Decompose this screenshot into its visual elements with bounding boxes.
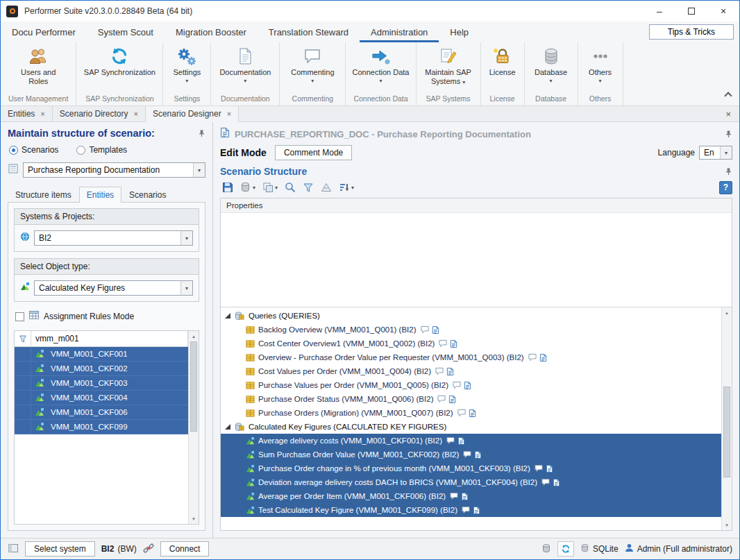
- grid-row[interactable]: VMM_M001_CKF001: [15, 347, 188, 362]
- users-and-roles-button[interactable]: Users and Roles: [12, 44, 64, 93]
- documentation-page-icon[interactable]: [457, 436, 465, 446]
- tab-entities[interactable]: Entities×: [1, 106, 53, 121]
- panels-icon[interactable]: [8, 543, 19, 556]
- sort-button[interactable]: ▾: [337, 180, 356, 194]
- scrollbar-thumb[interactable]: [723, 387, 730, 477]
- save-button[interactable]: [220, 180, 235, 194]
- select-system-button[interactable]: Select system: [25, 541, 95, 557]
- settings-button[interactable]: Settings ▾: [165, 44, 208, 93]
- tree-item-query[interactable]: Purchase Values per Order (VMM_M001_Q005…: [221, 378, 721, 392]
- filter-funnel-icon[interactable]: [15, 331, 31, 346]
- sap-synchronization-button[interactable]: SAP Synchronization: [78, 44, 160, 93]
- maximize-button[interactable]: [675, 1, 707, 22]
- grid-row[interactable]: VMM_M001_CKF002: [15, 362, 188, 376]
- tree-group-calculated-key-figures[interactable]: Calculated Key Figures (CALCULATED KEY F…: [221, 420, 721, 434]
- filter-button[interactable]: [301, 180, 316, 194]
- documentation-page-icon[interactable]: [432, 325, 439, 334]
- comment-icon[interactable]: [457, 409, 466, 417]
- others-button[interactable]: Others ▾: [580, 44, 621, 93]
- tips-and-tricks-button[interactable]: Tips & Tricks: [649, 24, 734, 40]
- tree-item-query[interactable]: Backlog Overview (VMM_M001_Q001) (BI2): [221, 323, 721, 337]
- radio-templates[interactable]: Templates: [76, 145, 127, 155]
- comment-icon[interactable]: [534, 464, 544, 473]
- scrollbar-thumb[interactable]: [190, 341, 197, 432]
- comment-icon[interactable]: [437, 395, 446, 403]
- comment-icon[interactable]: [435, 367, 444, 375]
- documentation-page-icon[interactable]: [474, 450, 482, 459]
- documentation-page-icon[interactable]: [473, 506, 480, 515]
- minimize-button[interactable]: –: [644, 1, 675, 22]
- documentation-page-icon[interactable]: [446, 367, 454, 376]
- documentation-page-icon[interactable]: [464, 381, 471, 390]
- comment-icon[interactable]: [446, 436, 455, 445]
- grid-row[interactable]: VMM_M001_CKF006: [15, 405, 188, 420]
- collapse-node-icon[interactable]: [225, 313, 230, 319]
- assignment-rules-checkbox[interactable]: [15, 312, 24, 321]
- language-dropdown[interactable]: En▾: [699, 146, 732, 160]
- tree-item-ckf-selected[interactable]: Average per Order Item (VMM_M001_CKF006)…: [221, 489, 721, 503]
- documentation-page-icon[interactable]: [450, 339, 457, 348]
- database-button[interactable]: Database ▾: [527, 44, 575, 93]
- grid-filter-input[interactable]: vmm_m001: [31, 331, 188, 346]
- documentation-page-icon[interactable]: [539, 353, 547, 362]
- tab-scenarios-left[interactable]: Scenarios: [121, 187, 174, 203]
- grid-row[interactable]: VMM_M001_CKF003: [15, 376, 188, 391]
- collapse-node-icon[interactable]: [225, 424, 230, 430]
- tree-item-ckf-selected[interactable]: Purchase Order change in % of previous m…: [221, 461, 721, 475]
- system-dropdown[interactable]: BI2▾: [34, 230, 193, 246]
- close-document-icon[interactable]: ×: [717, 109, 739, 119]
- pin-icon[interactable]: [725, 167, 732, 176]
- scroll-up-icon[interactable]: ▲: [189, 331, 199, 341]
- comment-icon[interactable]: [528, 353, 537, 362]
- documentation-button[interactable]: Documentation ▾: [213, 44, 277, 93]
- close-icon[interactable]: ×: [134, 110, 138, 118]
- documentation-page-icon[interactable]: [448, 395, 456, 404]
- refresh-button[interactable]: [557, 541, 574, 557]
- help-button[interactable]: ?: [719, 181, 732, 194]
- menu-administration[interactable]: Administration: [360, 22, 439, 42]
- database-icon[interactable]: [541, 543, 551, 555]
- comment-icon[interactable]: [449, 492, 459, 500]
- menu-system-scout[interactable]: System Scout: [87, 22, 165, 42]
- connection-data-button[interactable]: Connection Data ▾: [348, 44, 412, 93]
- tree-item-query[interactable]: Purchase Orders (Migration) (VMM_M001_Q0…: [221, 406, 721, 420]
- menu-translation-steward[interactable]: Translation Steward: [258, 22, 360, 42]
- menu-migration-booster[interactable]: Migration Booster: [165, 22, 258, 42]
- tree-item-ckf-selected[interactable]: Average delivery costs (VMM_M001_CKF001)…: [221, 434, 721, 448]
- tab-entities-left[interactable]: Entities: [79, 187, 121, 203]
- documentation-page-icon[interactable]: [553, 478, 560, 487]
- comment-icon[interactable]: [420, 325, 430, 334]
- comment-icon[interactable]: [438, 339, 448, 348]
- comment-mode-button[interactable]: Comment Mode: [275, 145, 352, 160]
- collapse-ribbon-icon[interactable]: [724, 92, 732, 99]
- object-type-dropdown[interactable]: Calculated Key Figures▾: [34, 280, 193, 296]
- expand-levels-button[interactable]: [319, 180, 334, 194]
- tree-item-ckf-selected[interactable]: Deviation average delivery costs DACH to…: [221, 475, 721, 489]
- documentation-page-icon[interactable]: [546, 464, 553, 473]
- export-button[interactable]: ▾: [238, 180, 258, 194]
- menu-help[interactable]: Help: [439, 22, 480, 42]
- comment-icon[interactable]: [541, 478, 550, 486]
- connect-button[interactable]: Connect: [160, 541, 210, 557]
- comment-icon[interactable]: [452, 381, 462, 389]
- close-button[interactable]: ×: [707, 1, 739, 22]
- scroll-down-icon[interactable]: ▼: [722, 520, 732, 530]
- zoom-button[interactable]: [283, 180, 298, 194]
- user-status[interactable]: Admin (Full administrator): [625, 543, 732, 554]
- pin-icon[interactable]: [725, 130, 732, 138]
- view-options-button[interactable]: ▾: [260, 180, 280, 194]
- commenting-button[interactable]: Commenting ▾: [282, 44, 343, 93]
- tree-item-query[interactable]: Purchase Order Status (VMM_M001_Q006) (B…: [221, 392, 721, 406]
- maintain-sap-systems-button[interactable]: Maintain SAP Systems▾: [419, 44, 478, 93]
- close-icon[interactable]: ×: [227, 110, 231, 118]
- documentation-page-icon[interactable]: [469, 409, 476, 418]
- grid-row[interactable]: VMM_M001_CKF004: [15, 391, 188, 405]
- menu-docu-performer[interactable]: Docu Performer: [1, 22, 87, 42]
- tree-group-queries[interactable]: Queries (QUERIES): [221, 309, 721, 323]
- tree-scrollbar[interactable]: ▲ ▼: [721, 307, 732, 530]
- license-button[interactable]: License: [483, 44, 522, 93]
- tab-structure-items[interactable]: Structure items: [8, 187, 79, 203]
- tab-scenario-directory[interactable]: Scenario Directory×: [53, 106, 146, 121]
- tree-item-query[interactable]: Overview - Purchase Order Value per Requ…: [221, 350, 721, 364]
- documentation-page-icon[interactable]: [461, 492, 469, 501]
